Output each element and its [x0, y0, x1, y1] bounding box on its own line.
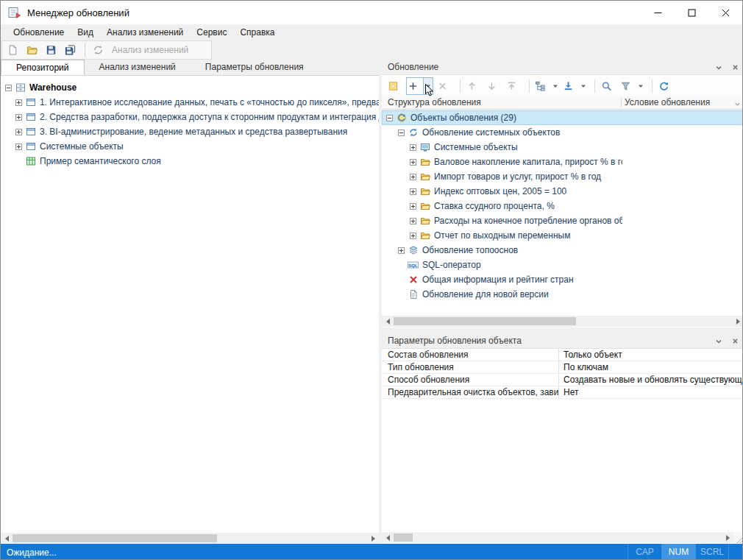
tree-item[interactable]: Системные объекты	[382, 140, 743, 155]
tree-item[interactable]: Обновление системных объектов	[382, 125, 743, 140]
column-header-condition[interactable]: Условие обновления	[625, 96, 710, 109]
params-panel-close-button[interactable]	[730, 336, 740, 347]
tree-item[interactable]: 1. Интерактивное исследование данных, пе…	[1, 95, 379, 110]
expand-icon[interactable]	[15, 99, 22, 106]
update-tree-horizontal-scrollbar[interactable]	[382, 316, 743, 327]
tree-item[interactable]: Расходы на конечное потребление органов …	[382, 213, 743, 228]
property-row[interactable]: Способ обновленияСоздавать новые и обнов…	[382, 374, 743, 386]
expand-icon[interactable]	[410, 174, 416, 180]
params-panel-menu-button[interactable]	[714, 336, 724, 347]
tree-item[interactable]: Системные объекты	[1, 139, 379, 154]
scroll-right-icon[interactable]	[733, 316, 743, 327]
scroll-left-icon[interactable]	[382, 532, 393, 543]
tree-item[interactable]: Объекты обновления (29)	[382, 110, 743, 125]
maximize-button[interactable]	[675, 1, 708, 24]
collapse-icon[interactable]	[398, 130, 405, 136]
tree-item-label: Валовое накопление капитала, прирост % в…	[434, 157, 622, 167]
tree-item-label: Обновление системных объектов	[422, 127, 560, 138]
expand-icon[interactable]	[410, 188, 416, 195]
red-x-icon	[408, 274, 419, 285]
scrollbar-thumb[interactable]	[394, 534, 413, 542]
tab[interactable]: Анализ изменений	[85, 60, 191, 75]
scroll-right-icon[interactable]	[722, 532, 733, 543]
refresh-button[interactable]	[657, 78, 675, 94]
property-value[interactable]: Нет	[558, 386, 743, 398]
expand-icon[interactable]	[410, 233, 416, 239]
tree-item[interactable]: Warehouse	[1, 80, 379, 95]
folder-open-icon	[419, 216, 430, 226]
expand-icon[interactable]	[410, 203, 416, 210]
property-row[interactable]: Предварительная очистка объектов, зависи…	[382, 386, 743, 399]
tree-item[interactable]: Отчет по выходным переменным	[382, 228, 743, 243]
tree-item[interactable]: Обновление топооснов	[382, 243, 743, 258]
minimize-button[interactable]	[641, 1, 675, 24]
tab[interactable]: Репозиторий	[1, 60, 85, 75]
add-object-button-dropdown[interactable]	[423, 78, 433, 94]
expand-icon[interactable]	[410, 144, 416, 151]
tree-view-button-dropdown[interactable]	[550, 78, 560, 94]
left-horizontal-scrollbar[interactable]	[1, 533, 379, 544]
open-button[interactable]	[24, 42, 43, 58]
scroll-left-icon[interactable]	[1, 533, 12, 544]
scroll-left-icon[interactable]	[382, 316, 393, 327]
expand-icon[interactable]	[15, 129, 22, 135]
add-object-button[interactable]	[406, 77, 433, 95]
import-button[interactable]	[562, 77, 588, 95]
column-header-structure[interactable]: Структура обновления	[388, 96, 481, 109]
menu-item[interactable]: Справка	[233, 24, 281, 40]
column-chooser-icon[interactable]	[734, 99, 741, 110]
menu-item[interactable]: Обновление	[7, 24, 71, 40]
property-row[interactable]: Состав обновленияТолько объект	[382, 349, 743, 361]
menu-item[interactable]: Сервис	[190, 24, 233, 40]
tree-item[interactable]: Ставка ссудного процента, %	[382, 199, 743, 213]
tree-item[interactable]: Импорт товаров и услуг, прирост % в год	[382, 169, 743, 184]
tree-view-button[interactable]	[534, 77, 560, 95]
tree-item[interactable]: Пример семантического слоя	[1, 154, 379, 169]
params-panel-title: Параметры обновления объекта	[388, 336, 522, 346]
menu-item[interactable]: Вид	[71, 24, 100, 40]
tree-item[interactable]: Обновление для новой версии	[382, 287, 743, 302]
tree-item[interactable]: SQLSQL-оператор	[382, 258, 743, 272]
expand-icon[interactable]	[15, 143, 22, 150]
property-row[interactable]: Тип обновленияПо ключам	[382, 361, 743, 374]
close-button[interactable]	[708, 1, 742, 24]
import-icon	[563, 81, 574, 91]
scrollbar-thumb[interactable]	[394, 317, 576, 325]
property-value[interactable]: По ключам	[558, 361, 743, 373]
filter-button-dropdown[interactable]	[636, 78, 645, 94]
collapse-icon[interactable]	[5, 85, 12, 91]
search-button[interactable]	[600, 78, 617, 94]
analysis-button-label: Анализ изменений	[112, 45, 188, 55]
collapse-icon[interactable]	[386, 115, 393, 121]
property-name: Состав обновления	[382, 349, 558, 361]
tree-item[interactable]: Валовое накопление капитала, прирост % в…	[382, 155, 743, 169]
property-name: Тип обновления	[382, 361, 558, 373]
tab[interactable]: Параметры обновления	[191, 60, 319, 75]
tree-item[interactable]: 3. BI-администрирование, ведение метадан…	[1, 124, 379, 139]
property-value[interactable]: Создавать новые и обновлять существующие	[558, 374, 743, 386]
new-button[interactable]	[5, 42, 24, 58]
folder-open-icon	[419, 157, 430, 167]
import-button-dropdown[interactable]	[578, 78, 588, 94]
title-bar: Менеджер обновлений	[1, 1, 742, 24]
params-horizontal-scrollbar[interactable]	[382, 532, 733, 543]
expand-icon[interactable]	[410, 218, 416, 224]
resize-grip[interactable]	[733, 532, 743, 544]
expand-icon[interactable]	[410, 159, 416, 166]
tree-item[interactable]: Индекс оптовых цен, 2005 = 100	[382, 184, 743, 199]
main-content: РепозиторийАнализ измененийПараметры обн…	[1, 60, 742, 544]
save-all-button[interactable]	[63, 42, 82, 58]
menu-item[interactable]: Анализ изменений	[100, 24, 190, 40]
save-button[interactable]	[43, 42, 63, 58]
expand-icon[interactable]	[15, 114, 22, 121]
update-panel-menu-button[interactable]	[714, 63, 724, 73]
property-value[interactable]: Только объект	[558, 349, 743, 361]
tree-item[interactable]: Общая информация и рейтинг стран	[382, 272, 743, 287]
filter-button[interactable]	[619, 77, 645, 95]
new-update-button[interactable]	[386, 78, 404, 94]
scroll-right-icon[interactable]	[368, 533, 379, 544]
scrollbar-thumb[interactable]	[13, 534, 217, 542]
expand-icon[interactable]	[398, 247, 405, 254]
tree-item[interactable]: 2. Средства разработки, поддержка доступ…	[1, 110, 379, 124]
update-panel-close-button[interactable]	[730, 63, 740, 73]
